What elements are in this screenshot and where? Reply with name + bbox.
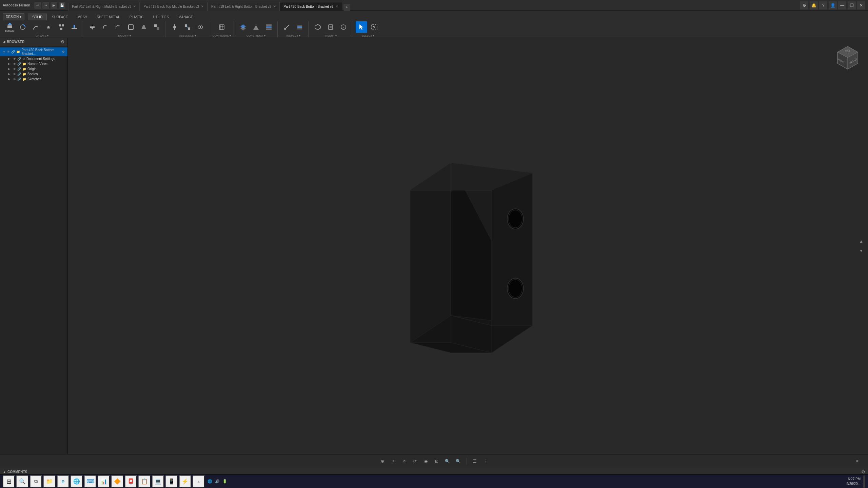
section-analysis-button[interactable] bbox=[294, 21, 305, 33]
system-tray-button[interactable]: ▲ bbox=[193, 475, 205, 488]
tree-item-bodies[interactable]: ▶ 👁 🔗 📁 Bodies bbox=[0, 72, 67, 77]
press-pull-button[interactable] bbox=[86, 21, 98, 33]
show-desktop-button[interactable] bbox=[863, 475, 865, 488]
minimize-button[interactable]: — bbox=[838, 1, 846, 9]
draft-button[interactable] bbox=[138, 21, 150, 33]
tab-part18[interactable]: Part #18 Back Top Middle Bracket v3 ✕ bbox=[140, 2, 208, 11]
flange-button[interactable] bbox=[68, 21, 80, 33]
pattern-button[interactable] bbox=[56, 21, 67, 33]
tab-sheet-metal[interactable]: SHEET METAL bbox=[92, 14, 124, 20]
undo-button[interactable]: ↩ bbox=[34, 2, 41, 9]
dot-button[interactable]: • bbox=[389, 457, 397, 465]
app4-button[interactable]: 📋 bbox=[138, 475, 151, 488]
design-mode-button[interactable]: DESIGN ▾ bbox=[3, 13, 24, 20]
play-button[interactable]: ▶ bbox=[51, 2, 57, 9]
user-icon[interactable]: 👤 bbox=[829, 1, 837, 9]
start-button[interactable]: ⊞ bbox=[3, 475, 15, 488]
zoom-plus-button[interactable]: 🔍 bbox=[454, 457, 462, 465]
tab-close-icon[interactable]: ✕ bbox=[336, 5, 338, 8]
vscode-icon: ⌨ bbox=[86, 478, 94, 485]
app7-button[interactable]: ⚡ bbox=[179, 475, 191, 488]
settings-icon[interactable]: ⚙ bbox=[800, 1, 808, 9]
tree-item-named-views[interactable]: ▶ 👁 🔗 📁 Named Views bbox=[0, 61, 67, 66]
chamfer-button[interactable] bbox=[112, 21, 124, 33]
edge-button[interactable]: e bbox=[57, 475, 69, 488]
new-tab-button[interactable]: + bbox=[343, 4, 350, 11]
measure-button[interactable] bbox=[281, 21, 293, 33]
search-button[interactable]: 🔍 bbox=[16, 475, 28, 488]
task-view-icon: ⧉ bbox=[34, 479, 38, 484]
insert-dxf-button[interactable] bbox=[325, 21, 336, 33]
maximize-button[interactable]: ❐ bbox=[848, 1, 856, 9]
tab-solid[interactable]: SOLID bbox=[28, 14, 47, 20]
zoom-minus-button[interactable]: 🔍 bbox=[443, 457, 452, 465]
help-icon[interactable]: ? bbox=[819, 1, 827, 9]
taskbar-clock[interactable]: 6:27 PM 9/26/20... bbox=[846, 477, 861, 486]
tab-utilities[interactable]: UTILITIES bbox=[149, 14, 174, 20]
tree-item-document-settings[interactable]: ▶ 👁 🔗 ⚙ Document Settings bbox=[0, 56, 67, 61]
sweep-button[interactable] bbox=[30, 21, 41, 33]
tab-close-icon[interactable]: ✕ bbox=[133, 5, 136, 8]
task-view-button[interactable]: ⧉ bbox=[30, 475, 42, 488]
viewport[interactable]: TOP FRONT RIGHT ⌂ ▲ ▼ bbox=[68, 38, 868, 454]
tab-part19[interactable]: Part #19 Left & Right Bottom Bracket v3 … bbox=[208, 2, 280, 11]
item-settings-icon[interactable]: ⚙ bbox=[62, 50, 65, 54]
save-button[interactable]: 💾 bbox=[59, 2, 65, 9]
select-button[interactable] bbox=[356, 21, 367, 33]
tree-item-sketches[interactable]: ▶ 👁 🔗 📁 Sketches bbox=[0, 77, 67, 82]
revolve-button[interactable] bbox=[17, 21, 28, 33]
tab-part20[interactable]: Part #20 Back Bottom Bracket v2 ✕ bbox=[280, 2, 342, 11]
shell-button[interactable] bbox=[125, 21, 137, 33]
app3-button[interactable]: 📮 bbox=[125, 475, 137, 488]
sync-button[interactable]: ⟳ bbox=[411, 457, 419, 465]
window-select-button[interactable] bbox=[369, 21, 380, 33]
midplane-button[interactable] bbox=[263, 21, 275, 33]
nav-up-button[interactable]: ▲ bbox=[857, 237, 865, 245]
battery-icon: 🔋 bbox=[222, 479, 227, 484]
redo-button[interactable]: ↪ bbox=[42, 2, 49, 9]
decal-button[interactable]: A bbox=[338, 21, 349, 33]
tab-mesh[interactable]: MESH bbox=[73, 14, 92, 20]
contact-button[interactable] bbox=[195, 21, 206, 33]
view-mode-button[interactable]: ☰ bbox=[471, 457, 479, 465]
tree-item-root[interactable]: ▼ 👁 🔗 📁 Part #20 Back Bottom Bracket... … bbox=[0, 47, 67, 56]
tree-item-origin[interactable]: ▶ 👁 🔗 📁 Origin bbox=[0, 66, 67, 72]
joint-button[interactable] bbox=[169, 21, 180, 33]
extrude-button[interactable]: Extrude bbox=[4, 21, 16, 33]
insert-mesh-button[interactable] bbox=[312, 21, 323, 33]
fit-button[interactable]: ⊡ bbox=[433, 457, 441, 465]
browser-settings-icon[interactable]: ⚙ bbox=[61, 39, 65, 44]
file-explorer-button[interactable]: 📁 bbox=[43, 475, 56, 488]
configure-button[interactable] bbox=[216, 21, 228, 33]
tab-surface[interactable]: SURFACE bbox=[47, 14, 72, 20]
comments-settings-icon[interactable]: ⚙ bbox=[861, 469, 865, 474]
loft-button[interactable] bbox=[43, 21, 54, 33]
orbit-button[interactable]: ↺ bbox=[400, 457, 408, 465]
view-cube[interactable]: TOP FRONT RIGHT ⌂ bbox=[834, 45, 861, 72]
as-built-joint-button[interactable] bbox=[182, 21, 193, 33]
chrome-button[interactable]: 🌐 bbox=[71, 475, 83, 488]
app6-button[interactable]: 📱 bbox=[165, 475, 178, 488]
vscode-button[interactable]: ⌨ bbox=[84, 475, 96, 488]
plane-at-angle-button[interactable] bbox=[250, 21, 262, 33]
right-toolbar-icon[interactable]: ≡ bbox=[853, 457, 861, 465]
app1-button[interactable]: 📊 bbox=[98, 475, 110, 488]
app2-button[interactable]: 🔶 bbox=[111, 475, 123, 488]
add-button[interactable]: ⊕ bbox=[378, 457, 387, 465]
browser-collapse-icon[interactable]: ◀ bbox=[3, 40, 5, 44]
display-settings-button[interactable]: ⋮ bbox=[482, 457, 490, 465]
tab-close-icon[interactable]: ✕ bbox=[201, 5, 204, 8]
scale-button[interactable] bbox=[151, 21, 162, 33]
comments-collapse-icon[interactable]: ▲ bbox=[3, 470, 6, 474]
tab-close-icon[interactable]: ✕ bbox=[273, 5, 276, 8]
focus-button[interactable]: ◉ bbox=[422, 457, 430, 465]
nav-down-button[interactable]: ▼ bbox=[857, 247, 865, 255]
offset-plane-button[interactable] bbox=[237, 21, 249, 33]
tab-manage[interactable]: MANAGE bbox=[174, 14, 197, 20]
notification-icon[interactable]: 🔔 bbox=[810, 1, 818, 9]
close-button[interactable]: ✕ bbox=[857, 1, 865, 9]
tab-part17[interactable]: Part #17 Left & Right Middle Bracket v3 … bbox=[68, 2, 140, 11]
tab-plastic[interactable]: PLASTIC bbox=[125, 14, 148, 20]
fillet-button[interactable] bbox=[99, 21, 111, 33]
app5-button[interactable]: 💻 bbox=[152, 475, 164, 488]
